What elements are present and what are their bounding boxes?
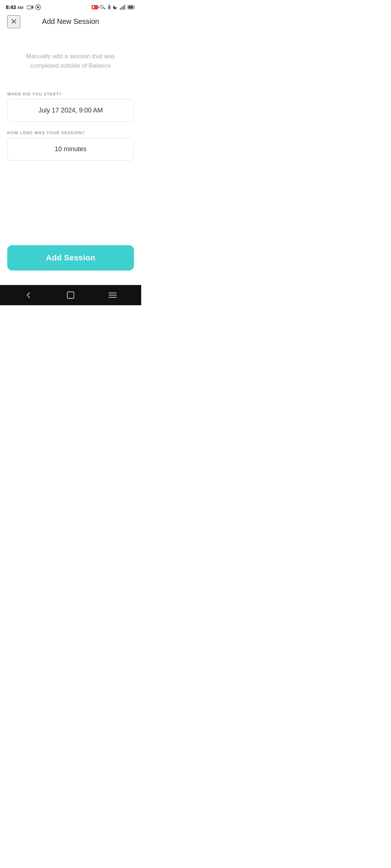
close-button[interactable]: ✕ bbox=[7, 15, 20, 28]
duration-section: HOW LONG WAS YOUR SESSION? 10 minutes bbox=[7, 131, 134, 169]
signal-icon bbox=[120, 5, 126, 10]
battery-icon bbox=[127, 5, 135, 9]
main-content: Manually add a session that was complete… bbox=[0, 30, 141, 245]
header: ✕ Add New Session bbox=[0, 13, 141, 30]
status-bar: 8:43 AM bbox=[0, 0, 141, 13]
start-section: WHEN DID YOU START? July 17 2024, 9:00 A… bbox=[7, 92, 134, 131]
svg-rect-4 bbox=[93, 6, 94, 8]
start-date-value: July 17 2024, 9:00 AM bbox=[38, 107, 103, 114]
recording-icon bbox=[92, 5, 98, 9]
status-left: 8:43 AM bbox=[6, 4, 41, 10]
svg-rect-9 bbox=[123, 6, 124, 10]
start-label: WHEN DID YOU START? bbox=[7, 92, 134, 96]
svg-rect-10 bbox=[124, 5, 125, 10]
menu-button[interactable] bbox=[109, 292, 117, 298]
svg-rect-0 bbox=[27, 6, 31, 9]
duration-label: HOW LONG WAS YOUR SESSION? bbox=[7, 131, 134, 135]
bottom-area: Add Session bbox=[0, 245, 141, 285]
page-title: Add New Session bbox=[42, 17, 99, 26]
nav-bar bbox=[0, 285, 141, 305]
bluetooth-icon bbox=[108, 4, 111, 10]
key-icon bbox=[100, 5, 106, 10]
svg-marker-1 bbox=[31, 5, 33, 9]
start-date-field[interactable]: July 17 2024, 9:00 AM bbox=[7, 99, 134, 122]
camera-icon bbox=[27, 5, 33, 9]
svg-rect-13 bbox=[67, 292, 74, 298]
svg-rect-8 bbox=[121, 7, 122, 10]
svg-point-5 bbox=[100, 5, 103, 8]
duration-field[interactable]: 10 minutes bbox=[7, 138, 134, 161]
add-session-label: Add Session bbox=[46, 253, 96, 263]
add-session-button[interactable]: Add Session bbox=[7, 245, 134, 271]
moon-icon bbox=[113, 5, 118, 10]
duration-value: 10 minutes bbox=[55, 145, 87, 153]
back-button[interactable] bbox=[25, 291, 33, 299]
close-icon: ✕ bbox=[10, 18, 17, 26]
gesture-icon bbox=[35, 4, 41, 10]
status-right bbox=[92, 4, 135, 10]
svg-rect-7 bbox=[120, 8, 121, 10]
svg-point-3 bbox=[37, 6, 39, 8]
status-icons-left bbox=[27, 4, 41, 10]
subtitle-text: Manually add a session that was complete… bbox=[7, 52, 134, 70]
status-time: 8:43 AM bbox=[6, 4, 23, 10]
home-button[interactable] bbox=[67, 292, 74, 299]
svg-rect-12 bbox=[128, 6, 133, 9]
